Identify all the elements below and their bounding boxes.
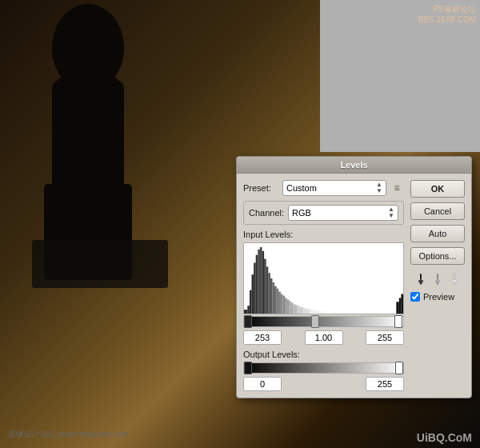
svg-rect-39 — [314, 310, 316, 314]
svg-rect-11 — [256, 255, 258, 314]
gray-eyedropper-button[interactable] — [430, 271, 445, 286]
svg-rect-22 — [278, 292, 281, 314]
cancel-button[interactable]: Cancel — [410, 202, 465, 220]
preview-label: Preview — [423, 292, 454, 302]
svg-rect-31 — [298, 306, 300, 314]
dialog-titlebar: Levels — [237, 157, 471, 174]
svg-rect-47 — [335, 313, 342, 314]
input-levels-label: Input Levels: — [243, 230, 404, 239]
svg-rect-34 — [303, 308, 306, 314]
svg-rect-51 — [399, 298, 402, 314]
svg-rect-7 — [247, 306, 250, 314]
svg-rect-48 — [342, 313, 353, 314]
svg-rect-53 — [420, 274, 422, 280]
svg-rect-12 — [258, 250, 260, 314]
watermark-bottom-right: UiBQ.CoM — [417, 431, 472, 444]
svg-rect-45 — [329, 312, 332, 314]
input-mid-value[interactable] — [305, 330, 343, 345]
svg-rect-43 — [323, 311, 326, 314]
output-values-row — [243, 377, 404, 391]
svg-rect-6 — [244, 310, 247, 314]
svg-rect-59 — [454, 274, 455, 280]
svg-rect-20 — [274, 286, 277, 314]
svg-rect-40 — [316, 310, 318, 314]
svg-point-58 — [437, 282, 439, 285]
svg-rect-49 — [353, 313, 366, 314]
svg-rect-56 — [437, 274, 438, 280]
channel-label: Channel: — [249, 208, 285, 218]
preview-checkbox[interactable] — [410, 292, 420, 302]
svg-rect-10 — [254, 262, 256, 314]
svg-rect-14 — [262, 251, 264, 314]
svg-rect-42 — [320, 311, 322, 314]
auto-button[interactable]: Auto — [410, 225, 465, 242]
svg-rect-32 — [299, 306, 302, 314]
preset-value: Custom — [286, 183, 376, 193]
preview-row: Preview — [410, 292, 465, 302]
black-eyedropper-button[interactable] — [414, 271, 428, 286]
histogram-svg — [244, 243, 403, 314]
input-values-row — [243, 330, 404, 345]
options-button[interactable]: Options... — [410, 247, 465, 265]
svg-rect-4 — [32, 240, 168, 288]
preset-arrows-icon: ▲▼ — [376, 182, 382, 194]
input-slider-track[interactable] — [243, 316, 404, 327]
svg-rect-17 — [268, 273, 270, 314]
svg-rect-29 — [293, 304, 295, 314]
svg-rect-37 — [310, 310, 312, 314]
dialog-body: Preset: Custom ▲▼ ≡ Channel: RGB ▲▼ — [237, 174, 471, 398]
svg-point-2 — [56, 72, 120, 96]
svg-rect-26 — [287, 299, 290, 314]
black-output-slider[interactable] — [244, 362, 252, 374]
output-slider-track[interactable] — [243, 362, 404, 374]
svg-point-61 — [454, 282, 456, 285]
svg-rect-23 — [281, 294, 283, 314]
svg-rect-44 — [326, 312, 328, 314]
black-input-slider[interactable] — [244, 315, 252, 328]
silhouette — [0, 0, 208, 336]
output-black-value[interactable] — [243, 377, 282, 391]
channel-dropdown[interactable]: RGB ▲▼ — [288, 205, 398, 221]
white-input-slider[interactable] — [394, 315, 402, 328]
svg-rect-36 — [308, 309, 310, 314]
eyedroppers-row — [410, 271, 465, 286]
preset-dropdown[interactable]: Custom ▲▼ — [282, 180, 386, 196]
svg-rect-33 — [302, 307, 304, 314]
svg-rect-30 — [295, 305, 298, 314]
svg-rect-18 — [270, 278, 273, 314]
svg-rect-8 — [250, 290, 252, 314]
svg-rect-19 — [272, 282, 274, 314]
svg-rect-46 — [332, 312, 335, 314]
svg-rect-50 — [396, 302, 398, 314]
preset-row: Preset: Custom ▲▼ ≡ — [243, 180, 404, 196]
dialog-right-panel: OK Cancel Auto Options... — [410, 180, 465, 391]
dialog-left-panel: Preset: Custom ▲▼ ≡ Channel: RGB ▲▼ — [243, 180, 404, 391]
preset-label: Preset: — [243, 183, 279, 193]
channel-arrows-icon: ▲▼ — [388, 206, 394, 219]
histogram-container — [243, 242, 404, 314]
svg-point-55 — [420, 282, 422, 285]
svg-rect-13 — [260, 247, 262, 314]
dialog-title: Levels — [340, 160, 367, 170]
ok-button[interactable]: OK — [410, 180, 465, 198]
svg-rect-24 — [282, 296, 285, 314]
svg-rect-38 — [312, 310, 314, 314]
input-black-value[interactable] — [243, 330, 282, 345]
svg-rect-41 — [318, 311, 321, 314]
svg-rect-16 — [266, 266, 269, 314]
channel-row: Channel: RGB ▲▼ — [249, 205, 398, 221]
mid-input-slider[interactable] — [311, 315, 319, 328]
input-white-value[interactable] — [366, 330, 404, 345]
channel-value: RGB — [292, 208, 388, 218]
white-output-slider[interactable] — [395, 362, 403, 374]
svg-rect-27 — [289, 301, 291, 314]
output-levels-label: Output Levels: — [243, 350, 404, 359]
svg-rect-21 — [277, 289, 279, 314]
svg-rect-25 — [285, 298, 287, 314]
white-eyedropper-button[interactable] — [447, 271, 462, 286]
output-white-value[interactable] — [366, 377, 404, 391]
levels-dialog: Levels Preset: Custom ▲▼ ≡ Channel: — [236, 156, 472, 398]
watermark-top: PS素材论坛 BBS.16X8.COM — [418, 4, 476, 24]
svg-rect-52 — [401, 294, 403, 314]
preset-menu-button[interactable]: ≡ — [390, 180, 404, 196]
